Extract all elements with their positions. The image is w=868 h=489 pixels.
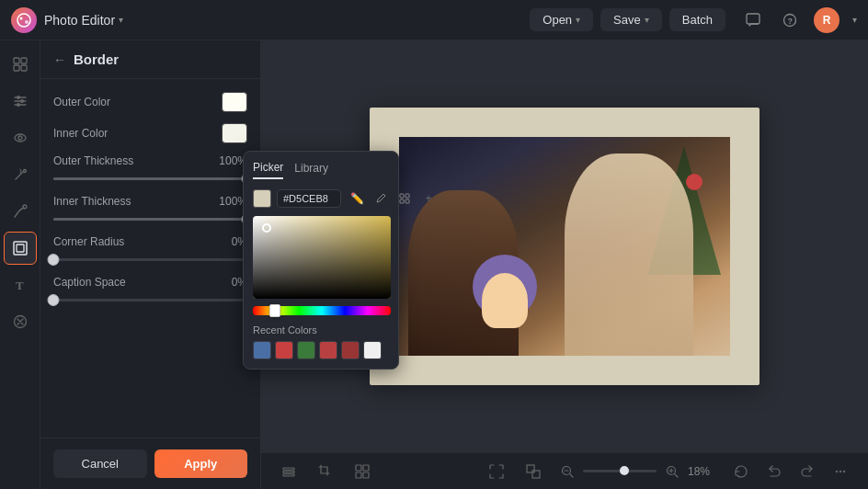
crop-icon-button[interactable] <box>313 459 338 484</box>
batch-button[interactable]: Batch <box>669 8 725 31</box>
save-button[interactable]: Save ▾ <box>600 8 662 31</box>
svg-rect-21 <box>17 244 24 252</box>
sidebar-adjust-button[interactable] <box>4 85 37 118</box>
svg-point-0 <box>17 14 30 27</box>
color-gradient-area[interactable] <box>253 216 391 299</box>
svg-line-41 <box>675 474 678 477</box>
recent-color-5[interactable] <box>341 341 360 359</box>
save-chevron: ▾ <box>645 15 649 25</box>
app-logo <box>11 7 37 33</box>
zoom-out-button[interactable] <box>557 461 577 482</box>
cancel-button[interactable]: Cancel <box>53 449 147 478</box>
outer-thickness-slider[interactable] <box>53 171 247 186</box>
svg-rect-34 <box>363 472 369 478</box>
sidebar-home-button[interactable] <box>4 48 37 81</box>
left-sidebar: T <box>0 40 40 489</box>
more-icon-button[interactable] <box>828 459 853 484</box>
svg-rect-31 <box>356 465 361 471</box>
svg-rect-27 <box>405 199 409 203</box>
picker-hex-input[interactable] <box>277 189 341 208</box>
svg-rect-3 <box>747 14 760 24</box>
outer-color-label: Outer Color <box>53 96 214 108</box>
inner-color-swatch[interactable] <box>222 123 247 143</box>
zoom-thumb <box>620 466 629 475</box>
caption-space-row: Caption Space 0% <box>53 276 247 307</box>
avatar-chevron: ▾ <box>852 15 857 25</box>
recent-color-3[interactable] <box>297 341 315 359</box>
panel-back-button[interactable]: ← <box>53 52 66 67</box>
open-chevron: ▾ <box>576 15 580 25</box>
help-icon-button[interactable]: ? <box>777 7 803 33</box>
picker-tab-picker[interactable]: Picker <box>253 161 283 179</box>
panel-footer: Cancel Apply <box>40 438 260 489</box>
app-name: Photo Editor ▾ <box>44 13 123 28</box>
main-layout: T ← Border Outer Color Inner Color <box>0 40 868 489</box>
svg-rect-33 <box>356 472 361 478</box>
picker-tools: ✏️ + <box>347 188 439 209</box>
svg-point-13 <box>17 96 20 99</box>
photo-frame <box>370 108 760 385</box>
svg-rect-6 <box>14 58 19 63</box>
sidebar-frame-button[interactable] <box>4 232 37 265</box>
picker-add-icon-button[interactable]: + <box>418 188 439 209</box>
zoom-slider[interactable] <box>583 470 657 472</box>
svg-point-17 <box>18 136 22 140</box>
outer-thickness-label: Outer Thickness <box>53 154 133 167</box>
svg-rect-7 <box>21 58 27 63</box>
sidebar-eye-button[interactable] <box>4 121 37 154</box>
hue-slider[interactable] <box>253 306 391 315</box>
grid-icon-button[interactable] <box>349 459 375 484</box>
inner-color-row: Inner Color <box>53 123 247 143</box>
zoom-controls: 18% <box>557 461 717 482</box>
svg-point-15 <box>17 103 20 107</box>
avatar[interactable]: R <box>814 7 839 33</box>
svg-rect-32 <box>363 465 369 471</box>
svg-rect-8 <box>14 65 19 71</box>
outer-color-swatch[interactable] <box>222 92 247 112</box>
bottom-right-icons <box>728 459 853 484</box>
caption-space-slider[interactable] <box>53 292 247 307</box>
transform-icon-button[interactable] <box>520 459 546 484</box>
undo-icon-button[interactable] <box>761 459 787 484</box>
border-panel: ← Border Outer Color Inner Color Outer T… <box>40 40 261 489</box>
bottom-bar: 18% <box>261 452 868 489</box>
recent-color-1[interactable] <box>253 341 271 359</box>
corner-radius-slider[interactable] <box>53 252 247 267</box>
svg-point-45 <box>839 470 841 472</box>
inner-thickness-slider[interactable] <box>53 211 247 226</box>
picker-tab-library[interactable]: Library <box>294 161 328 179</box>
sidebar-magic-button[interactable] <box>4 158 37 191</box>
corner-radius-label: Corner Radius <box>53 235 124 248</box>
photo-image <box>399 137 730 356</box>
topbar: Photo Editor ▾ Open ▾ Save ▾ Batch ? R ▾ <box>0 0 868 40</box>
sidebar-text-button[interactable]: T <box>4 268 37 301</box>
svg-point-1 <box>20 17 23 19</box>
layers-icon-button[interactable] <box>276 459 302 484</box>
corner-radius-row: Corner Radius 0% <box>53 235 247 267</box>
caption-space-label: Caption Space <box>53 276 126 289</box>
recent-color-6[interactable] <box>363 341 382 359</box>
open-button[interactable]: Open ▾ <box>530 8 593 31</box>
svg-rect-30 <box>283 474 294 476</box>
reset-icon-button[interactable] <box>728 459 754 484</box>
svg-rect-25 <box>405 194 409 198</box>
outer-color-row: Outer Color <box>53 92 247 112</box>
zoom-in-button[interactable] <box>662 461 682 482</box>
fit-icon-button[interactable] <box>484 459 509 484</box>
picker-edit-icon-button[interactable]: ✏️ <box>347 188 367 209</box>
picker-eyedropper-icon-button[interactable] <box>371 188 391 209</box>
panel-content: Outer Color Inner Color Outer Thickness … <box>40 79 260 438</box>
recent-colors-label: Recent Colors <box>253 324 389 335</box>
svg-point-16 <box>15 134 26 142</box>
recent-colors-row <box>253 341 389 359</box>
inner-thickness-label: Inner Thickness <box>53 195 131 208</box>
apply-button[interactable]: Apply <box>154 449 248 478</box>
recent-color-2[interactable] <box>275 341 293 359</box>
chat-icon-button[interactable] <box>740 7 766 33</box>
redo-icon-button[interactable] <box>794 459 820 484</box>
picker-grid-icon-button[interactable] <box>394 188 415 209</box>
sidebar-paint-button[interactable] <box>4 195 37 228</box>
sidebar-effects-button[interactable] <box>4 305 37 338</box>
recent-color-4[interactable] <box>319 341 337 359</box>
picker-color-preview[interactable] <box>253 189 271 208</box>
